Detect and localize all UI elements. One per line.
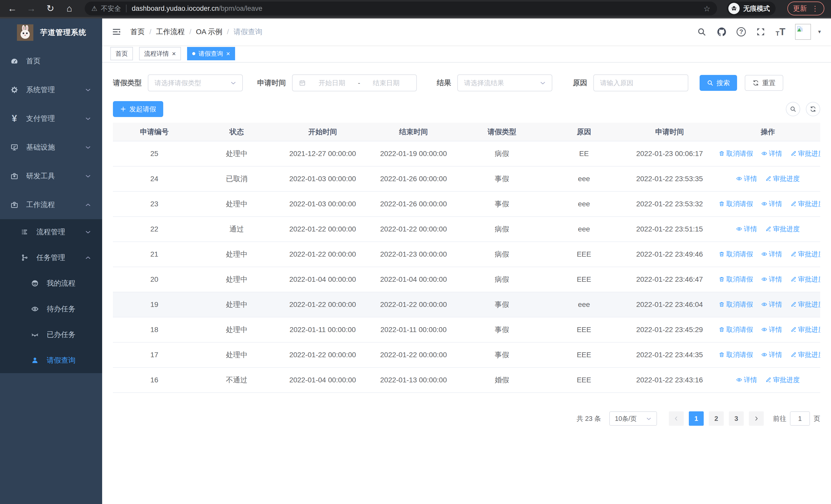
cancel-leave-link[interactable]: 取消请假 — [719, 250, 753, 259]
cell-end-time: 2022-01-23 00:00:00 — [368, 242, 459, 267]
search-button[interactable]: 搜索 — [699, 75, 737, 91]
cell-reason: eee — [544, 292, 624, 317]
sidebar-item-label: 已办任务 — [47, 330, 76, 339]
approval-progress-link[interactable]: 审批进度 — [765, 376, 800, 384]
detail-link[interactable]: 详情 — [761, 325, 782, 334]
table-row: 19 处理中 2022-01-22 00:00:00 2022-01-22 00… — [113, 292, 820, 317]
approval-progress-link[interactable]: 审批进度 — [791, 350, 820, 359]
sidebar-item-process-mgmt[interactable]: 流程管理 — [0, 219, 102, 245]
cell-apply-time: 2022-01-22 23:51:15 — [624, 216, 716, 242]
detail-link[interactable]: 详情 — [761, 250, 782, 259]
page-button-2[interactable]: 2 — [709, 411, 724, 426]
sidebar-item-todo-tasks[interactable]: 待办任务 — [0, 296, 102, 322]
cancel-leave-link[interactable]: 取消请假 — [719, 149, 753, 158]
page-size-select[interactable]: 10条/页 — [609, 411, 657, 426]
show-search-toggle-button[interactable] — [786, 102, 800, 116]
approval-progress-link[interactable]: 审批进度 — [791, 325, 820, 334]
sidebar-item-system[interactable]: 系统管理 — [0, 76, 102, 104]
result-select[interactable]: 请选择流结果 — [457, 75, 552, 91]
detail-link[interactable]: 详情 — [761, 300, 782, 309]
sidebar-item-home[interactable]: 首页 — [0, 47, 102, 76]
help-icon[interactable]: ? — [737, 27, 746, 36]
tab-home[interactable]: 首页 — [110, 47, 133, 60]
prev-page-button[interactable] — [669, 411, 684, 426]
header-search-icon[interactable] — [696, 27, 707, 37]
sidebar-item-infrastructure[interactable]: 基础设施 — [0, 133, 102, 162]
sidebar-item-done-tasks[interactable]: 已办任务 — [0, 322, 102, 348]
tab-process-detail[interactable]: 流程详情 × — [139, 47, 181, 60]
detail-link[interactable]: 详情 — [761, 199, 782, 208]
close-tab-icon[interactable]: × — [172, 50, 176, 57]
breadcrumb-workflow[interactable]: 工作流程 — [156, 27, 185, 37]
refresh-table-button[interactable] — [806, 102, 820, 116]
reset-button[interactable]: 重置 — [745, 75, 783, 91]
browser-update-button[interactable]: 更新 ⋮ — [787, 2, 824, 16]
breadcrumb-oa-example[interactable]: OA 示例 — [196, 27, 223, 37]
sidebar-item-workflow[interactable]: 工作流程 — [0, 190, 102, 219]
table-row: 22 通过 2022-01-22 00:00:00 2022-01-22 00:… — [113, 216, 820, 242]
avatar-caret-icon[interactable]: ▼ — [817, 29, 822, 35]
github-icon[interactable] — [717, 27, 727, 37]
approval-progress-link[interactable]: 审批进度 — [791, 300, 820, 309]
goto-page-input[interactable] — [790, 411, 810, 426]
page-button-1[interactable]: 1 — [689, 411, 704, 426]
app-logo[interactable]: 芋道管理系统 — [0, 19, 102, 47]
reason-input[interactable] — [593, 75, 688, 91]
detail-link[interactable]: 详情 — [736, 174, 757, 183]
cancel-leave-link[interactable]: 取消请假 — [719, 350, 753, 359]
cancel-leave-link[interactable]: 取消请假 — [719, 300, 753, 309]
cancel-leave-link[interactable]: 取消请假 — [719, 325, 753, 334]
cell-apply-id: 16 — [113, 367, 196, 393]
address-bar[interactable]: ⚠ 不安全 dashboard.yudao.iocoder.cn /bpm/oa… — [85, 2, 717, 16]
apply-time-range-picker[interactable]: 开始日期 - 结束日期 — [292, 75, 417, 91]
detail-link[interactable]: 详情 — [736, 225, 757, 234]
cell-apply-time: 2022-01-22 23:43:16 — [624, 367, 716, 393]
next-page-button[interactable] — [749, 411, 764, 426]
detail-link[interactable]: 详情 — [761, 275, 782, 284]
cell-apply-id: 20 — [113, 267, 196, 292]
cell-status: 处理中 — [196, 242, 278, 267]
create-leave-button[interactable]: 发起请假 — [113, 101, 163, 117]
browser-home-button[interactable]: ⌂ — [64, 3, 75, 14]
bookmark-star-icon[interactable]: ☆ — [704, 4, 710, 13]
close-tab-icon[interactable]: × — [226, 50, 230, 57]
page-button-3[interactable]: 3 — [729, 411, 744, 426]
eye-open-icon — [31, 305, 39, 313]
user-face-icon — [31, 279, 39, 288]
detail-link[interactable]: 详情 — [736, 376, 757, 384]
font-size-icon[interactable]: TT — [776, 27, 785, 37]
col-end-time: 结束时间 — [368, 123, 459, 141]
breadcrumb-home[interactable]: 首页 — [131, 27, 145, 37]
sidebar-item-task-mgmt[interactable]: 任务管理 — [0, 245, 102, 270]
approval-progress-link[interactable]: 审批进度 — [765, 174, 800, 183]
approval-progress-link[interactable]: 审批进度 — [791, 275, 820, 284]
sidebar-item-payment[interactable]: ¥ 支付管理 — [0, 104, 102, 133]
browser-back-button[interactable]: ← — [7, 3, 18, 14]
approval-progress-link[interactable]: 审批进度 — [791, 250, 820, 259]
leave-type-select[interactable]: 请选择请假类型 — [148, 75, 243, 91]
cell-actions: 取消请假 详情 审批进度 — [716, 267, 820, 292]
sidebar-item-my-process[interactable]: 我的流程 — [0, 270, 102, 296]
avatar[interactable] — [795, 24, 811, 40]
cell-end-time: 2022-01-22 00:00:00 — [368, 292, 459, 317]
approval-progress-link[interactable]: 审批进度 — [791, 149, 820, 158]
browser-menu-icon[interactable]: ⋮ — [811, 4, 819, 13]
browser-forward-button[interactable]: → — [26, 3, 37, 14]
sidebar-item-leave-query[interactable]: 请假查询 — [0, 348, 102, 373]
sidebar-collapse-icon[interactable] — [111, 27, 122, 36]
table-row: 23 处理中 2022-01-03 00:00:00 2022-01-26 00… — [113, 191, 820, 216]
cancel-leave-link[interactable]: 取消请假 — [719, 199, 753, 208]
cell-apply-id: 24 — [113, 166, 196, 191]
start-date-placeholder: 开始日期 — [308, 79, 356, 88]
sidebar-item-devtools[interactable]: 研发工具 — [0, 162, 102, 190]
browser-refresh-button[interactable]: ↻ — [45, 3, 56, 14]
fullscreen-icon[interactable] — [755, 27, 766, 37]
cancel-leave-link[interactable]: 取消请假 — [719, 275, 753, 284]
approval-progress-link[interactable]: 审批进度 — [765, 225, 800, 234]
cell-actions: 详情 审批进度 — [716, 216, 820, 242]
detail-link[interactable]: 详情 — [761, 149, 782, 158]
detail-link[interactable]: 详情 — [761, 350, 782, 359]
tab-leave-query[interactable]: 请假查询 × — [187, 47, 235, 60]
approval-progress-link[interactable]: 审批进度 — [791, 199, 820, 208]
cell-status: 处理中 — [196, 141, 278, 166]
